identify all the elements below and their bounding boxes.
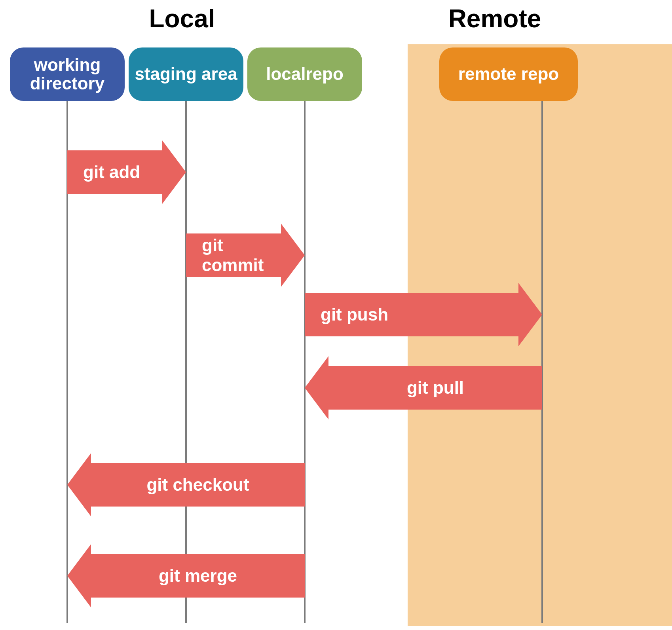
arrow-checkout: git checkout [91, 463, 305, 507]
arrow-add: git add [67, 150, 162, 194]
header-local: Local [123, 4, 241, 33]
lane-working-directory: working directory [10, 47, 125, 101]
arrow-label: git push [321, 305, 388, 324]
lane-local-repo: localrepo [247, 47, 362, 101]
lifeline-remote-repo [541, 101, 543, 623]
git-workflow-diagram: Local Remote working directory staging a… [0, 0, 672, 630]
arrow-label: git commit [202, 235, 281, 275]
lane-label: working directory [10, 56, 125, 92]
arrow-label: git checkout [146, 475, 249, 495]
header-remote: Remote [435, 4, 554, 33]
arrow-label: git pull [407, 378, 464, 398]
lane-label: remote repo [458, 65, 559, 83]
lane-label: localrepo [266, 65, 344, 83]
lane-staging-area: staging area [129, 47, 243, 101]
arrow-label: git add [83, 162, 140, 182]
arrow-merge: git merge [91, 554, 305, 598]
lane-label: staging area [135, 65, 237, 83]
arrow-label: git merge [159, 566, 237, 586]
arrow-pull: git pull [328, 366, 542, 410]
arrow-push: git push [305, 293, 518, 336]
lane-remote-repo: remote repo [439, 47, 578, 101]
arrow-commit: git commit [186, 233, 281, 277]
